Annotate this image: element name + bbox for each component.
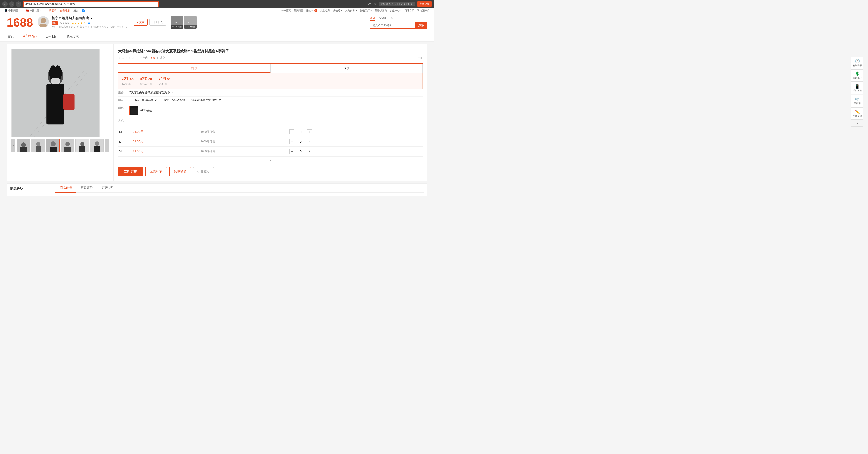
credibility-link[interactable]: 诚信通 ▾: [333, 9, 342, 12]
search-tab-shop[interactable]: 本店: [370, 16, 375, 21]
svg-point-1: [39, 24, 47, 27]
shop-name: 普宁市池尾纯儿服装商店: [52, 16, 89, 20]
logistics-dropdown-icon[interactable]: ∨: [155, 98, 157, 102]
size-header-label: 尺码: [118, 117, 423, 125]
star-3: ☆: [125, 56, 128, 60]
address-bar[interactable]: detail.1688.com/offer/848405492729.html: [23, 1, 159, 7]
product-images-section: ‹ ›: [7, 44, 113, 181]
size-table: M 21.00元 1000件可售 − 0 +: [118, 127, 423, 156]
supplier-link[interactable]: 我是供应商: [374, 9, 387, 12]
thumb-prev-button[interactable]: ‹: [11, 139, 16, 152]
trade-count: <10: [150, 56, 155, 60]
china-region-item[interactable]: 🇨🇳 中国大陆 ▾: [26, 9, 42, 12]
svg-text:TOP2: TOP2: [188, 21, 192, 23]
forward-button[interactable]: →: [9, 1, 14, 7]
qty-minus-xl[interactable]: −: [289, 149, 294, 154]
search-input[interactable]: [370, 22, 415, 29]
mobile-browse-button[interactable]: 囧手机逛: [149, 19, 166, 26]
size-price-xl: 21.00元: [132, 147, 199, 156]
flag-icon: 🇨🇳: [26, 9, 29, 12]
logo-1688[interactable]: 1688: [7, 17, 33, 28]
svg-rect-11: [46, 84, 64, 124]
svg-rect-25: [64, 147, 71, 152]
size-row-l: L 21.00元 1000件可售 − 0 +: [118, 137, 423, 147]
purchase-car-link[interactable]: 采购车 0: [306, 9, 317, 12]
thumbnail-6[interactable]: [90, 139, 104, 152]
bottom-section: 商品分类 商品详情 买家评价 订购说明: [7, 183, 427, 196]
price-dec-3: .00: [166, 78, 170, 81]
price-tiers: ¥21.00 1-299件 ¥20.00 300-499件 ¥19.00 ≥50…: [122, 76, 419, 86]
login-link[interactable]: 请登录: [49, 9, 57, 12]
message-item[interactable]: 消息: [73, 9, 78, 12]
size-stock-xl: 1000件可售: [199, 147, 288, 156]
service-link[interactable]: 客服中心 ▾: [390, 9, 402, 12]
shop-tags: 评价 服务态度不错 5 穿着显瘦 4 价钱还很实惠 1 质量一样的好 1: [52, 25, 127, 29]
show-more-sizes-button[interactable]: ∨: [118, 156, 423, 163]
add-to-cart-button[interactable]: 加采购车: [145, 167, 167, 176]
qty-plus-m[interactable]: +: [307, 130, 312, 134]
category-label: 商品分类: [10, 187, 23, 191]
complete-update-button[interactable]: 完成更新: [417, 1, 432, 6]
price-tab-wholesale[interactable]: 批发: [118, 64, 271, 73]
tab-product-detail[interactable]: 商品详情: [56, 183, 76, 193]
top2-label: TOP2 销量: [184, 25, 197, 29]
strength-link[interactable]: 实力商家 ▾: [345, 9, 357, 12]
top1-label: TOP1 销量: [170, 25, 183, 29]
thumb-next-button[interactable]: ›: [105, 139, 109, 152]
search-tab-source[interactable]: 找货源: [378, 16, 387, 21]
search-button[interactable]: 搜索: [415, 22, 427, 29]
register-link[interactable]: 免费注册: [60, 9, 70, 12]
qty-minus-l[interactable]: −: [289, 139, 294, 144]
order-now-button[interactable]: 立即订购: [118, 167, 143, 176]
svg-rect-16: [20, 147, 27, 152]
cross-border-button[interactable]: 跨境铺货: [169, 167, 191, 176]
svg-rect-28: [80, 146, 85, 152]
size-row-xl: XL 21.00元 1000件可售 − 0 +: [118, 147, 423, 156]
site-nav-link[interactable]: 网站导航: [404, 9, 414, 12]
myali-link[interactable]: 我的阿里: [293, 9, 304, 12]
favorites-link[interactable]: 我的收藏: [320, 9, 330, 12]
service-arrow-icon[interactable]: ∨: [171, 91, 174, 94]
store-nav-contact[interactable]: 联系方式: [66, 32, 80, 41]
svg-rect-33: [131, 108, 138, 114]
follow-button[interactable]: ♥ 关注: [133, 19, 147, 26]
qty-plus-xl[interactable]: +: [307, 149, 312, 154]
thumbnail-3[interactable]: [46, 139, 60, 152]
store-nav-profile[interactable]: 公司档案: [45, 32, 59, 41]
qty-control-l: − 0 +: [289, 139, 422, 144]
shop-top2-image[interactable]: TOP2 TOP2 销量: [184, 16, 197, 29]
store-nav-all-products[interactable]: 全部商品 ▾: [22, 31, 38, 41]
thumbnail-4[interactable]: [61, 139, 74, 152]
mobile-ali-item[interactable]: 📱 手机阿里: [4, 9, 18, 12]
qty-display-l: 0: [296, 140, 305, 143]
service-label: 服务: [118, 91, 129, 94]
thumbnail-2[interactable]: [31, 139, 45, 152]
favorite-button[interactable]: ☆ 收藏(0): [193, 167, 214, 176]
header: 1688 普宁市池尾纯儿服装商店 ▾ 图证 综合服务 ★★★★☆ ● 评价 服务…: [0, 13, 434, 31]
price-tab-dropship[interactable]: 代发: [271, 64, 423, 73]
tab-order-instructions[interactable]: 订购说明: [97, 183, 118, 193]
tab-buyer-review[interactable]: 买家评价: [76, 183, 97, 193]
logistics-more-arrow-icon[interactable]: ∨: [219, 98, 221, 102]
svg-point-18: [36, 142, 40, 146]
home-link[interactable]: 1688首页: [280, 9, 290, 12]
shop-top1-image[interactable]: TOP1 TOP1 销量: [170, 16, 183, 29]
search-tab-factory[interactable]: 找工厂: [390, 16, 398, 21]
price-int-1: 21: [124, 76, 129, 82]
back-button[interactable]: ←: [2, 1, 8, 7]
svg-rect-31: [94, 146, 100, 152]
refresh-button[interactable]: ↻: [16, 1, 21, 7]
store-nav-home[interactable]: 首页: [7, 32, 15, 41]
thumbnail-1[interactable]: [17, 139, 30, 152]
verified-badge: ●: [88, 21, 90, 25]
super-factory-link[interactable]: 超级工厂 ▾: [360, 9, 372, 12]
star-1: ☆: [118, 56, 121, 60]
accessibility-link[interactable]: 网站无障碍: [417, 9, 430, 12]
url-text: detail.1688.com/offer/848405492729.html: [25, 2, 75, 6]
report-link[interactable]: 单报: [418, 56, 423, 60]
color-swatch-083[interactable]: [129, 106, 138, 115]
qty-plus-l[interactable]: +: [307, 139, 312, 144]
qty-minus-m[interactable]: −: [289, 130, 294, 134]
shop-details: 普宁市池尾纯儿服装商店 ▾ 图证 综合服务 ★★★★☆ ● 评价 服务态度不错 …: [52, 16, 127, 29]
thumbnail-5[interactable]: [75, 139, 89, 152]
